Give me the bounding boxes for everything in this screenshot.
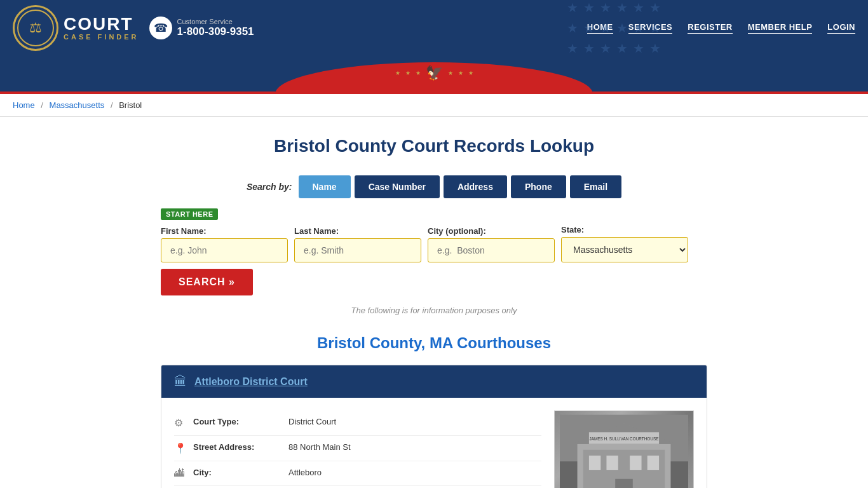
customer-service: ☎ Customer Service 1-800-309-9351	[149, 17, 254, 39]
courthouses-title: Bristol County, MA Courthouses	[161, 334, 707, 352]
cs-label: Customer Service	[177, 18, 254, 25]
ribbon-star-2: ★	[405, 70, 410, 76]
svg-rect-8	[615, 479, 633, 488]
gavel-icon: ⚖	[29, 20, 42, 36]
address-label: Street Address:	[193, 442, 282, 452]
site-header: ★★★★★★ ★★★★★★ ★★★★★★ ⚖ COURT CASE FINDER…	[0, 0, 868, 56]
court-type-row: ⚙ Court Type: District Court	[174, 410, 541, 436]
ribbon-star-4: ★	[448, 70, 453, 76]
breadcrumb-county: Bristol	[119, 100, 142, 110]
nav-login[interactable]: LOGIN	[827, 22, 855, 34]
svg-rect-6	[630, 456, 641, 470]
logo-text: COURT CASE FINDER	[64, 15, 139, 41]
logo-inner: ⚖	[17, 10, 54, 46]
courthouse-name[interactable]: Attleboro District Court	[194, 376, 308, 388]
city-detail-value: Attleboro	[288, 468, 322, 477]
ribbon-star-3: ★	[416, 70, 421, 76]
city-detail-label: City:	[193, 468, 282, 477]
search-by-row: Search by: Name Case Number Address Phon…	[161, 175, 707, 198]
court-type-value: District Court	[288, 417, 336, 426]
first-name-field: First Name:	[161, 226, 288, 262]
city-label: City (optional):	[428, 226, 555, 236]
ribbon-star-6: ★	[468, 70, 473, 76]
main-content: Bristol County Court Records Lookup Sear…	[148, 117, 720, 488]
logo-case-finder-text: CASE FINDER	[64, 33, 139, 41]
city-icon: 🏙	[174, 468, 187, 479]
location-icon: 📍	[174, 442, 187, 454]
ribbon-star-5: ★	[458, 70, 463, 76]
breadcrumb-home[interactable]: Home	[13, 100, 35, 110]
cs-info: Customer Service 1-800-309-9351	[177, 18, 254, 38]
last-name-field: Last Name:	[294, 226, 421, 262]
info-text: The following is for information purpose…	[161, 306, 707, 315]
state-select[interactable]: Massachusetts Alabama Alaska Arizona Cal…	[561, 237, 688, 262]
nav-member-help[interactable]: MEMBER HELP	[748, 22, 813, 34]
logo-badge: ⚖	[13, 5, 58, 51]
header-left: ⚖ COURT CASE FINDER ☎ Customer Service 1…	[13, 5, 254, 51]
ribbon-container: ★ ★ ★ 🦅 ★ ★ ★	[0, 56, 868, 94]
breadcrumb-state[interactable]: Massachusetts	[50, 100, 105, 110]
nav-services[interactable]: SERVICES	[628, 22, 673, 34]
courthouse-building-icon: 🏛	[174, 374, 187, 389]
state-field: State: Massachusetts Alabama Alaska Ariz…	[561, 225, 688, 262]
nav-register[interactable]: REGISTER	[688, 22, 732, 34]
address-value: 88 North Main St	[288, 442, 351, 452]
breadcrumb-sep-1: /	[41, 100, 43, 110]
courthouse-header: 🏛 Attleboro District Court	[161, 365, 707, 398]
state-label: State:	[561, 225, 688, 234]
city-input[interactable]	[428, 238, 555, 262]
courthouse-image-placeholder: JAMES H. SULLIVAN COURTHOUSE	[555, 411, 693, 488]
logo[interactable]: ⚖ COURT CASE FINDER	[13, 5, 139, 51]
tab-name[interactable]: Name	[299, 175, 351, 198]
city-field: City (optional):	[428, 226, 555, 262]
first-name-label: First Name:	[161, 226, 288, 236]
gavel-detail-icon: ⚙	[174, 417, 187, 429]
tab-phone[interactable]: Phone	[511, 175, 566, 198]
courthouse-details: ⚙ Court Type: District Court 📍 Street Ad…	[174, 410, 541, 488]
search-button[interactable]: SEARCH »	[161, 269, 253, 295]
eagle-icon: 🦅	[426, 65, 443, 81]
last-name-label: Last Name:	[294, 226, 421, 236]
cs-phone-number: 1-800-309-9351	[177, 25, 254, 38]
courthouse-building-svg: JAMES H. SULLIVAN COURTHOUSE	[560, 411, 688, 488]
start-here-badge: START HERE	[161, 208, 218, 220]
tab-email[interactable]: Email	[570, 175, 621, 198]
main-nav: HOME SERVICES REGISTER MEMBER HELP LOGIN	[587, 22, 855, 34]
svg-rect-5	[606, 456, 618, 470]
courthouse-image: JAMES H. SULLIVAN COURTHOUSE	[554, 410, 694, 488]
city-row: 🏙 City: Attleboro	[174, 461, 541, 486]
ribbon-star-1: ★	[395, 70, 400, 76]
phone-icon: ☎	[149, 17, 172, 39]
tab-case-number[interactable]: Case Number	[355, 175, 440, 198]
page-title: Bristol County Court Records Lookup	[161, 136, 707, 156]
last-name-input[interactable]	[294, 238, 421, 262]
breadcrumb: Home / Massachusetts / Bristol	[0, 94, 868, 117]
ribbon-eagle-row: ★ ★ ★ 🦅 ★ ★ ★	[395, 65, 473, 81]
svg-text:JAMES H. SULLIVAN COURTHOUSE: JAMES H. SULLIVAN COURTHOUSE	[589, 437, 658, 441]
court-type-label: Court Type:	[193, 417, 282, 426]
logo-court-text: COURT	[64, 15, 139, 33]
breadcrumb-sep-2: /	[111, 100, 113, 110]
tab-address[interactable]: Address	[444, 175, 507, 198]
courthouse-body: ⚙ Court Type: District Court 📍 Street Ad…	[161, 398, 707, 488]
address-row: 📍 Street Address: 88 North Main St	[174, 436, 541, 461]
svg-rect-7	[648, 456, 659, 470]
nav-home[interactable]: HOME	[587, 22, 613, 34]
search-by-label: Search by:	[247, 182, 292, 192]
courthouse-card: 🏛 Attleboro District Court ⚙ Court Type:…	[161, 365, 707, 488]
first-name-input[interactable]	[161, 238, 288, 262]
search-form: First Name: Last Name: City (optional): …	[161, 225, 707, 295]
svg-rect-4	[589, 456, 600, 470]
